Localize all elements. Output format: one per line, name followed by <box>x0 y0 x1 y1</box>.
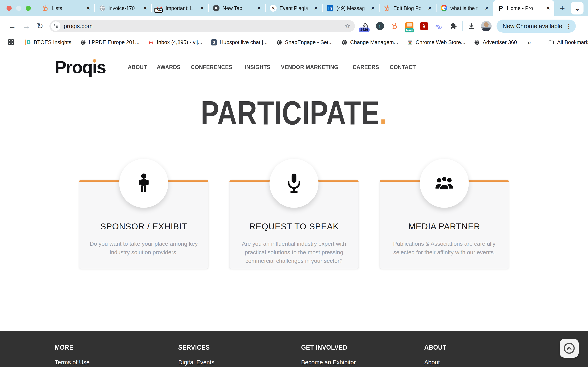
webstore-icon <box>407 39 413 45</box>
bookmark-advertiser-360[interactable]: Advertiser 360 <box>474 39 517 45</box>
reload-button[interactable]: ↻ <box>37 22 43 30</box>
media-partner-card[interactable]: MEDIA PARTNER Publications & Association… <box>380 180 509 269</box>
nav-insights[interactable]: INSIGHTS <box>245 64 270 71</box>
card-title: SPONSOR / EXHIBIT <box>79 222 208 231</box>
url-text[interactable]: proqis.com <box>64 23 345 30</box>
close-icon[interactable]: ✕ <box>313 5 319 11</box>
tab-edit-blog[interactable]: Edit Blog Po ✕ <box>380 0 436 16</box>
bookmark-btoes-insights[interactable]: B BTOES Insights <box>25 39 71 45</box>
chevron-up-circle-icon <box>562 341 576 355</box>
tab-event-plagiarism[interactable]: ✳ Event Plagia ✕ <box>266 0 322 16</box>
tab-title: New Tab <box>223 5 253 11</box>
close-icon[interactable]: ✕ <box>370 5 376 11</box>
page-title: PARTICIPATE. <box>0 96 588 130</box>
footer-columns: MORE Terms of Use SERVICES Digital Event… <box>0 331 588 366</box>
nav-about[interactable]: ABOUT <box>128 64 147 71</box>
scroll-to-top-button[interactable] <box>560 339 579 358</box>
new-tab-button[interactable]: + <box>560 4 565 13</box>
card-body: Do you want to take your place among key… <box>86 240 201 257</box>
extensions-puzzle-icon[interactable] <box>449 22 458 30</box>
footer-link-terms-of-use[interactable]: Terms of Use <box>55 359 178 366</box>
bookmarks-bar: B BTOES Insights LPPDE Europe 201... Inb… <box>0 36 588 49</box>
bookmark-star-icon[interactable]: ☆ <box>345 22 350 30</box>
bookmark-change-management[interactable]: Change Managem... <box>341 39 398 45</box>
close-icon[interactable]: ✕ <box>484 5 490 11</box>
back-button[interactable]: ← <box>8 22 16 30</box>
forward-button[interactable]: → <box>22 22 30 30</box>
btoes-icon: B <box>25 39 31 45</box>
google-icon <box>441 5 448 12</box>
participate-cards: SPONSOR / EXHIBIT Do you want to take yo… <box>0 180 588 269</box>
footer-heading: MORE <box>55 343 73 351</box>
bookmark-lppde-europe[interactable]: LPPDE Europe 201... <box>80 39 140 45</box>
chrome-icon <box>213 5 220 12</box>
nav-vendor-marketing[interactable]: VENDOR MARKETING <box>281 64 338 71</box>
bookmark-label: Hubspot live chat |... <box>220 39 268 45</box>
nav-careers[interactable]: CAREERS <box>353 64 379 71</box>
nav-awards[interactable]: AWARDS <box>157 64 181 71</box>
tab-title: Event Plagia <box>279 5 310 11</box>
close-icon[interactable]: ✕ <box>85 5 91 11</box>
tab-new-tab[interactable]: New Tab ✕ <box>209 0 265 16</box>
kebab-menu-icon[interactable]: ⋮ <box>566 23 572 30</box>
page-content: Proqıs ABOUT AWARDS CONFERENCES INSIGHTS… <box>0 49 588 331</box>
tab-title: (49) Messag <box>337 5 367 11</box>
bookmark-label: Advertiser 360 <box>483 39 517 45</box>
chrome-update-button[interactable]: New Chrome available ⋮ <box>497 20 576 33</box>
bookmark-label: Chrome Web Store... <box>416 39 466 45</box>
request-to-speak-card[interactable]: REQUEST TO SPEAK Are you an influential … <box>229 180 359 269</box>
footer-heading: SERVICES <box>178 343 210 351</box>
address-bar[interactable]: proqis.com ☆ <box>49 20 355 32</box>
site-settings-button[interactable] <box>51 21 61 31</box>
bookmark-gmail-inbox[interactable]: Inbox (4,895) - vij... <box>148 39 202 45</box>
sponsor-exhibit-card[interactable]: SPONSOR / EXHIBIT Do you want to take yo… <box>79 180 208 269</box>
new-extension-icon[interactable]: New <box>405 22 414 30</box>
tab-search-button[interactable]: ⌄ <box>571 2 584 15</box>
adobe-acrobat-extension-icon[interactable]: λ <box>420 22 428 30</box>
tab-google-search[interactable]: what is the t ✕ <box>437 0 493 16</box>
profile-avatar[interactable] <box>481 21 492 31</box>
microphone-icon <box>269 159 319 208</box>
close-icon[interactable]: ✕ <box>256 5 262 11</box>
proqis-logo[interactable]: Proqıs <box>55 58 106 76</box>
bookmarks-overflow-button[interactable]: » <box>527 38 531 46</box>
extension-count-badge: 1426 <box>359 27 370 32</box>
close-window-button[interactable] <box>7 6 12 11</box>
card-title: REQUEST TO SPEAK <box>229 222 359 231</box>
footer-link-about[interactable]: About <box>424 359 588 366</box>
globe-icon <box>80 39 86 45</box>
close-icon[interactable]: ✕ <box>427 5 433 11</box>
toolbar-separator <box>462 21 463 31</box>
globe-icon <box>341 39 347 45</box>
card-body: Publications & Associations are carefull… <box>387 240 502 257</box>
tab-lists[interactable]: Lists ✕ <box>38 0 94 16</box>
shopping-extension-icon[interactable]: 1426 <box>361 22 370 30</box>
tab-linkedin-messages[interactable]: in (49) Messag ✕ <box>323 0 379 16</box>
bookmark-hubspot-live-chat[interactable]: S Hubspot live chat |... <box>211 39 268 45</box>
close-icon[interactable]: ✕ <box>199 5 205 11</box>
waves-extension-icon[interactable] <box>434 22 443 30</box>
tab-important-mail[interactable]: 100+ Important: L ✕ <box>152 0 208 16</box>
close-icon[interactable]: ✕ <box>142 5 148 11</box>
nav-contact[interactable]: CONTACT <box>390 64 416 71</box>
all-bookmarks-button[interactable]: All Bookmarks <box>548 39 588 46</box>
apps-grid-icon[interactable] <box>8 39 14 46</box>
bolt-extension-icon[interactable] <box>376 22 384 30</box>
tab-title: Lists <box>52 5 82 11</box>
bookmark-label: LPPDE Europe 201... <box>89 39 140 45</box>
footer-link-become-an-exhibitor[interactable]: Become an Exhibitor <box>301 359 424 366</box>
minimize-window-button[interactable] <box>16 6 21 11</box>
hubspot-chat-icon: S <box>211 39 217 45</box>
tab-invoice[interactable]: invoice-170 ✕ <box>95 0 151 16</box>
globe-icon <box>474 39 480 45</box>
bookmark-snapengage[interactable]: SnapEngage - Set... <box>276 39 333 45</box>
zoom-window-button[interactable] <box>26 6 31 11</box>
close-icon[interactable]: ✕ <box>545 5 551 11</box>
footer-link-digital-events[interactable]: Digital Events <box>178 359 301 366</box>
tab-home-proqis-active[interactable]: P Home - Pro ✕ <box>493 0 554 16</box>
bookmark-chrome-web-store[interactable]: Chrome Web Store... <box>407 39 466 45</box>
nav-conferences[interactable]: CONFERENCES <box>191 64 232 71</box>
hubspot-extension-icon[interactable] <box>390 22 399 30</box>
tab-title: Edit Blog Po <box>393 5 424 11</box>
downloads-button[interactable] <box>467 22 476 30</box>
